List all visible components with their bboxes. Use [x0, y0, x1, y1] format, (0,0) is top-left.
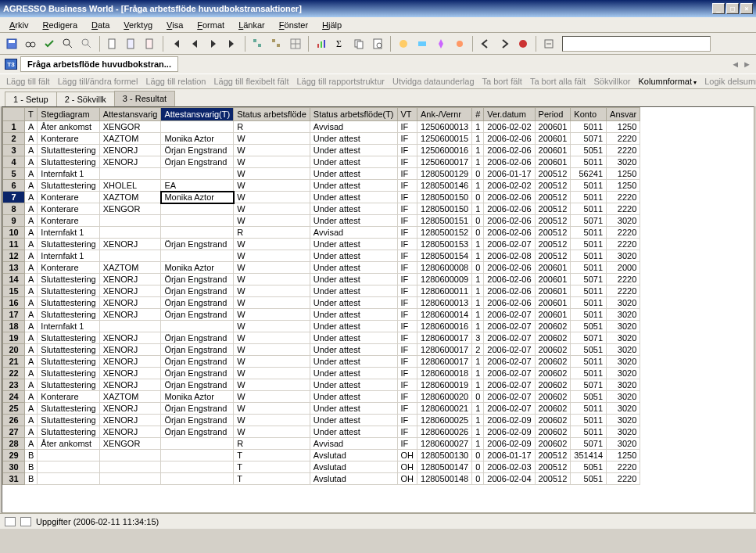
table-row[interactable]: 9AKonterareWUnder attestIF12805001510200…: [3, 215, 640, 227]
next-icon[interactable]: [205, 35, 222, 52]
chart-icon[interactable]: [313, 35, 330, 52]
tool2-icon[interactable]: [414, 35, 431, 52]
col-header[interactable]: Status arbetsflöde(T): [310, 108, 397, 121]
zoom-icon[interactable]: [59, 35, 77, 52]
back-icon[interactable]: [477, 35, 494, 52]
row-header[interactable]: 27: [3, 426, 25, 438]
collapse-icon[interactable]: [540, 35, 557, 52]
table-row[interactable]: 14ASlutattesteringXENORJÖrjan EngstrandW…: [3, 274, 640, 285]
row-header[interactable]: 9: [3, 215, 25, 227]
link-8[interactable]: Sökvillkor: [593, 77, 630, 86]
link-0[interactable]: Lägg till fält: [6, 77, 50, 86]
check-icon[interactable]: [41, 35, 58, 52]
link-7[interactable]: Ta bort alla fält: [530, 77, 586, 86]
link-6[interactable]: Ta bort fält: [482, 77, 522, 86]
tab-0[interactable]: 1 - Setup: [5, 92, 57, 106]
row-header[interactable]: 19: [3, 332, 25, 344]
table-row[interactable]: 24AKonterareXAZTOMMonika AztorWUnder att…: [3, 391, 640, 403]
crumb-next-icon[interactable]: ►: [743, 59, 751, 69]
table-row[interactable]: 21ASlutattesteringXENORJÖrjan EngstrandW…: [3, 356, 640, 368]
col-header[interactable]: Ank-/Vernr: [417, 108, 472, 121]
menu-fönster[interactable]: Fönster: [273, 19, 314, 31]
link-4[interactable]: Lägg till rapportstruktur: [296, 77, 385, 86]
link-1[interactable]: Lägg till/ändra formel: [58, 77, 138, 86]
col-header[interactable]: Konto: [571, 108, 607, 121]
col-header[interactable]: VT: [397, 108, 417, 121]
table-row[interactable]: 25ASlutattesteringXENORJÖrjan EngstrandW…: [3, 403, 640, 415]
tab-1[interactable]: 2 - Sökvillk: [56, 92, 115, 106]
table-row[interactable]: 22ASlutattesteringXENORJÖrjan EngstrandW…: [3, 368, 640, 379]
tree2-icon[interactable]: [268, 35, 285, 52]
table-row[interactable]: 1AÅter ankomstXENGORRAvvisadIF1250600013…: [3, 121, 640, 133]
last-icon[interactable]: [224, 35, 241, 52]
save-icon[interactable]: [3, 35, 20, 52]
menu-verktyg[interactable]: Verktyg: [117, 19, 159, 31]
menu-länkar[interactable]: Länkar: [232, 19, 271, 31]
row-header[interactable]: 13: [3, 262, 25, 274]
preview-icon[interactable]: [369, 35, 386, 52]
row-header[interactable]: 8: [3, 203, 25, 215]
row-header[interactable]: 26: [3, 415, 25, 426]
row-header[interactable]: 21: [3, 356, 25, 368]
row-header[interactable]: 20: [3, 344, 25, 356]
row-header[interactable]: 16: [3, 297, 25, 309]
row-header[interactable]: 5: [3, 168, 25, 180]
table-row[interactable]: 18AInternfakt 1WUnder attestIF1280600016…: [3, 321, 640, 332]
binoculars-icon[interactable]: [22, 35, 39, 52]
link-9[interactable]: Kolumnformat: [639, 77, 697, 86]
row-header[interactable]: 12: [3, 250, 25, 262]
doc2-icon[interactable]: [123, 35, 140, 52]
col-header[interactable]: Status arbetsflöde: [234, 108, 310, 121]
tree1-icon[interactable]: [249, 35, 267, 52]
row-header[interactable]: 18: [3, 321, 25, 332]
link-2[interactable]: Lägg till relation: [145, 77, 206, 86]
menu-hjälp[interactable]: Hjälp: [316, 19, 348, 31]
table-row[interactable]: 28AÅter ankomstXENGORRAvvisadIF128060002…: [3, 438, 640, 450]
table-row[interactable]: 31BTAvslutadOH128050014802006-02-0420051…: [3, 473, 640, 485]
row-header[interactable]: 1: [3, 121, 25, 133]
table-row[interactable]: 23ASlutattesteringXENORJÖrjan EngstrandW…: [3, 379, 640, 391]
table-row[interactable]: 16ASlutattesteringXENORJÖrjan EngstrandW…: [3, 297, 640, 309]
table-row[interactable]: 27ASlutattesteringXENORJÖrjan EngstrandW…: [3, 426, 640, 438]
row-header[interactable]: 22: [3, 368, 25, 379]
table-row[interactable]: 3ASlutattesteringXENORJÖrjan EngstrandWU…: [3, 145, 640, 156]
menu-redigera[interactable]: Redigera: [36, 19, 84, 31]
row-header[interactable]: 17: [3, 309, 25, 321]
tool1-icon[interactable]: [395, 35, 412, 52]
table-row[interactable]: 12AInternfakt 1WUnder attestIF1280500154…: [3, 250, 640, 262]
row-header[interactable]: 25: [3, 403, 25, 415]
row-header[interactable]: 28: [3, 438, 25, 450]
toolbar-combo[interactable]: [562, 36, 711, 52]
row-header[interactable]: 31: [3, 473, 25, 485]
menu-arkiv[interactable]: Arkiv: [3, 19, 34, 31]
maximize-button[interactable]: □: [726, 3, 739, 14]
first-icon[interactable]: [167, 35, 185, 52]
link-10[interactable]: Logik delsumma: [704, 77, 756, 86]
copy-icon[interactable]: [350, 35, 367, 52]
col-header[interactable]: Ver.datum: [484, 108, 535, 121]
prev-icon[interactable]: [186, 35, 203, 52]
row-header[interactable]: 4: [3, 156, 25, 168]
table-row[interactable]: 6ASlutattesteringXHOLELEAWUnder attestIF…: [3, 180, 640, 192]
grid-icon[interactable]: [287, 35, 304, 52]
status-icon-2[interactable]: [20, 517, 31, 526]
menu-data[interactable]: Data: [85, 19, 116, 31]
row-header[interactable]: 6: [3, 180, 25, 192]
col-header[interactable]: Attestansvarig(T): [161, 108, 234, 121]
forward-icon[interactable]: [496, 35, 513, 52]
menu-format[interactable]: Format: [191, 19, 231, 31]
stop-icon[interactable]: [514, 35, 532, 52]
close-button[interactable]: ×: [740, 3, 753, 14]
minimize-button[interactable]: _: [712, 3, 725, 14]
zoom2-icon[interactable]: [78, 35, 95, 52]
crumb-prev-icon[interactable]: ◄: [731, 59, 740, 69]
table-row[interactable]: 26ASlutattesteringXENORJÖrjan EngstrandW…: [3, 415, 640, 426]
col-header[interactable]: Attestansvarig: [99, 108, 161, 121]
tool4-icon[interactable]: [451, 35, 468, 52]
sigma-icon[interactable]: Σ: [331, 35, 349, 52]
table-row[interactable]: 2AKonterareXAZTOMMonika AztorWUnder atte…: [3, 133, 640, 145]
row-header[interactable]: 15: [3, 285, 25, 297]
table-row[interactable]: 20ASlutattesteringXENORJÖrjan EngstrandW…: [3, 344, 640, 356]
result-grid[interactable]: TStegdiagramAttestansvarigAttestansvarig…: [2, 106, 754, 513]
row-header[interactable]: 29: [3, 450, 25, 461]
